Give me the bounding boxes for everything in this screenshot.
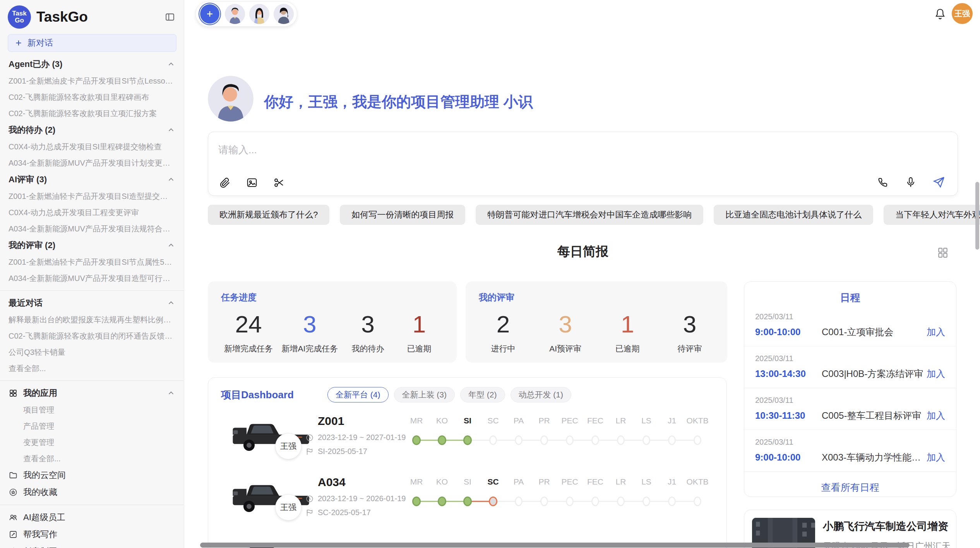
join-link[interactable]: 加入 xyxy=(927,451,945,464)
app-item-change-mgmt[interactable]: 变更管理 xyxy=(9,434,175,450)
conversation-item[interactable]: C0X4-动力总成开发项目工程变更评审 xyxy=(9,204,175,221)
notification-bell-icon[interactable] xyxy=(934,8,946,20)
suggestion-chip[interactable]: 如何写一份清晰的项目周报 xyxy=(340,205,465,225)
taskgo-app: Task Go TaskGo 新对话 Agent已办 (3) Z001-全新燃油… xyxy=(0,0,980,548)
project-dates: 2023-12-19 ~ 2027-01-19 xyxy=(318,433,406,442)
input-toolbar-left xyxy=(219,177,285,188)
project-row-a034[interactable]: 王强 A034 2023-12-19 ~ 2026-01-19 SC-2025-… xyxy=(208,474,726,535)
chevron-up-icon xyxy=(167,60,175,68)
app-item-project-mgmt[interactable]: 项目管理 xyxy=(9,402,175,418)
stat-overdue: 1 已逾期 xyxy=(398,310,440,354)
logo-text-top: Task xyxy=(12,10,27,17)
agent-avatar-switcher xyxy=(195,1,297,27)
view-all-apps[interactable]: 查看全部... xyxy=(9,450,175,467)
layout-grid-icon[interactable] xyxy=(937,246,949,259)
agent-avatar[interactable] xyxy=(249,4,269,24)
schedule-item: 2025/03/11 9:00-10:00 X003-车辆动力学性能验... 加… xyxy=(744,430,956,472)
schedule-time: 13:00-14:30 xyxy=(755,368,822,379)
tab-powertrain[interactable]: 动总开发 (1) xyxy=(511,387,572,402)
recent-chat-item[interactable]: 解释最新出台的欧盟报废车法规再生塑料比例被调至15%... xyxy=(9,312,175,328)
app-item-product-mgmt[interactable]: 产品管理 xyxy=(9,418,175,434)
conversation-item[interactable]: A034-全新新能源MUV产品开发项目法规符合性评审 xyxy=(9,221,175,237)
conversation-item[interactable]: Z001-全新燃油轻卡产品开发项目SI造型提交物评审 xyxy=(9,188,175,204)
new-chat-button[interactable]: 新对话 xyxy=(8,34,176,52)
chevron-up-icon xyxy=(167,175,175,184)
sidebar-item-favorites[interactable]: 我的收藏 xyxy=(9,484,175,501)
section-recent-chats[interactable]: 最近对话 xyxy=(9,295,175,312)
sidebar-header: Task Go TaskGo xyxy=(0,0,184,32)
join-link[interactable]: 加入 xyxy=(927,409,945,422)
sidebar-item-creative-drawing[interactable]: 创意制图 xyxy=(9,543,175,548)
recent-chat-item[interactable]: 公司Q3轻卡销量 xyxy=(9,344,175,360)
section-ai-review[interactable]: AI评审 (3) xyxy=(9,171,175,188)
chat-input[interactable] xyxy=(218,140,799,160)
schedule-card: 日程 2025/03/11 9:00-10:00 C001-立项审批会 加入 2… xyxy=(744,281,956,497)
agent-avatar[interactable] xyxy=(225,4,245,24)
image-upload-icon[interactable] xyxy=(246,177,258,188)
divider xyxy=(0,505,184,505)
sidebar-item-help-me-write[interactable]: 帮我写作 xyxy=(9,526,175,543)
screenshot-scissors-icon[interactable] xyxy=(273,177,285,188)
stat-new-ai-completed: 3 新增AI完成任务 xyxy=(281,310,338,354)
clock-icon xyxy=(305,495,314,503)
vertical-scrollbar-thumb[interactable] xyxy=(975,182,979,250)
section-my-review[interactable]: 我的评审 (2) xyxy=(9,237,175,254)
microphone-icon[interactable] xyxy=(905,176,917,188)
sidebar-item-cloud-space[interactable]: 我的云空间 xyxy=(9,467,175,484)
project-dates: 2023-12-19 ~ 2026-01-19 xyxy=(318,494,406,503)
join-link[interactable]: 加入 xyxy=(927,326,945,338)
send-icon[interactable] xyxy=(933,176,945,188)
divider xyxy=(0,380,184,381)
tab-new-body[interactable]: 全新上装 (3) xyxy=(394,387,455,402)
conversation-item[interactable]: C02-飞腾新能源轻客改款项目里程碑画布 xyxy=(9,89,175,105)
conversation-item[interactable]: C02-飞腾新能源轻客改款项目立项汇报方案 xyxy=(9,105,175,122)
agent-avatar[interactable] xyxy=(274,4,294,24)
view-all-chats[interactable]: 查看全部... xyxy=(9,360,175,377)
attachment-icon[interactable] xyxy=(219,177,231,188)
stat-pending-review: 3 待评审 xyxy=(668,310,711,354)
sidebar-item-label: 帮我写作 xyxy=(23,529,57,540)
owner-badge: 王强 xyxy=(275,433,302,459)
conversation-item[interactable]: Z001-全新燃油皮卡产品开发项目SI节点Lesson Learn报告 xyxy=(9,73,175,89)
task-progress-card: 任务进度 24 新增完成任务 3 新增AI完成任务 3 我的待办 1 已逾期 xyxy=(208,281,457,363)
sidebar-item-label: 我的收藏 xyxy=(23,486,57,498)
sidebar-item-label: 创意制图 xyxy=(23,546,57,548)
conversation-item[interactable]: A034-全新新能源MUV产品开发项目造型可行性评审 xyxy=(9,270,175,286)
project-row-z001[interactable]: 王强 Z001 2023-12-19 ~ 2027-01-19 SI-2025-… xyxy=(208,413,726,474)
view-all-schedule-link[interactable]: 查看所有日程 xyxy=(744,481,956,494)
section-my-todo[interactable]: 我的待办 (2) xyxy=(9,122,175,139)
add-agent-button[interactable] xyxy=(200,4,219,24)
sidebar: Task Go TaskGo 新对话 Agent已办 (3) Z001-全新燃油… xyxy=(0,0,184,548)
tab-new-platform[interactable]: 全新平台 (4) xyxy=(327,387,389,402)
schedule-name: C001-立项审批会 xyxy=(822,326,927,338)
conversation-item[interactable]: Z001-全新燃油轻卡产品开发项目SI节点属性5D文件评审 xyxy=(9,254,175,270)
tab-model-year[interactable]: 年型 (2) xyxy=(460,387,505,402)
suggestion-chip[interactable]: 比亚迪全固态电池计划具体说了什么 xyxy=(714,205,873,225)
schedule-title: 日程 xyxy=(744,291,956,305)
schedule-time: 9:00-10:00 xyxy=(755,327,822,337)
suggestion-chip[interactable]: 特朗普可能对进口汽车增税会对中国车企造成哪些影响 xyxy=(476,205,703,225)
voice-call-icon[interactable] xyxy=(877,176,889,188)
suggestion-chip[interactable]: 当下年轻人对汽车外观有怎样的喜好趋势 xyxy=(884,205,980,225)
section-agent-done[interactable]: Agent已办 (3) xyxy=(9,56,175,73)
conversation-item[interactable]: A034-全新新能源MUV产品开发项目计划变更表编写 xyxy=(9,155,175,171)
recent-chat-item[interactable]: C02-飞腾新能源轻客改款项目的闭环通告反馈情况 xyxy=(9,328,175,344)
conversation-item[interactable]: C0X4-动力总成开发项目SI里程碑提交物检查 xyxy=(9,139,175,155)
collapse-sidebar-icon[interactable] xyxy=(164,12,175,22)
schedule-date: 2025/03/11 xyxy=(755,438,945,447)
join-link[interactable]: 加入 xyxy=(927,368,945,380)
suggestion-chip[interactable]: 欧洲新规最近颁布了什么? xyxy=(208,205,329,225)
dashboard-tabs: 全新平台 (4) 全新上装 (3) 年型 (2) 动总开发 (1) xyxy=(327,387,571,402)
section-my-apps[interactable]: 我的应用 xyxy=(9,385,175,402)
user-avatar[interactable]: 王强 xyxy=(952,3,973,24)
dashboard-title: 项目Dashboard xyxy=(221,388,327,402)
schedule-time: 10:30-11:30 xyxy=(755,410,822,421)
chevron-up-icon xyxy=(167,389,175,397)
sidebar-item-ai-super-staff[interactable]: AI超级员工 xyxy=(9,509,175,526)
clock-icon xyxy=(305,433,314,442)
card-title: 我的评审 xyxy=(479,291,714,303)
schedule-date: 2025/03/11 xyxy=(755,354,945,363)
owner-badge: 王强 xyxy=(275,494,302,521)
logo-text-bottom: Go xyxy=(15,17,24,24)
horizontal-scrollbar-thumb[interactable] xyxy=(200,543,910,548)
